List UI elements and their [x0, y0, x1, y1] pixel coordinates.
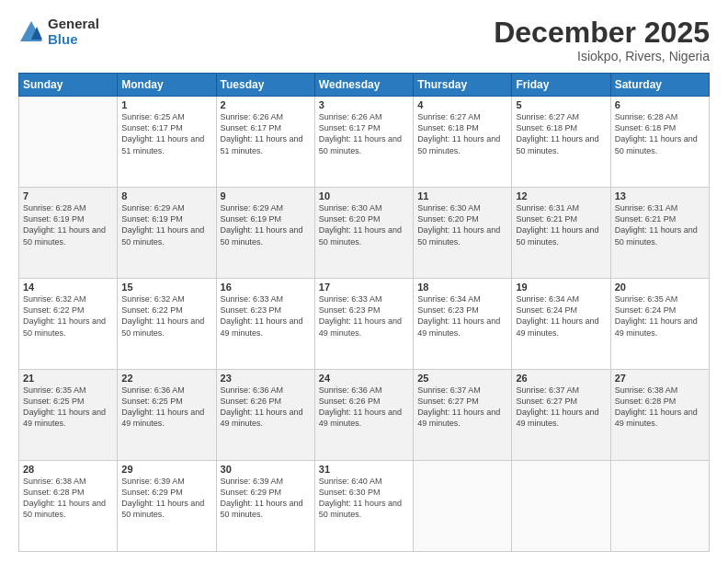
- day-number: 14: [23, 282, 113, 293]
- day-info: Sunrise: 6:39 AMSunset: 6:29 PMDaylight:…: [221, 476, 311, 521]
- day-cell: 1Sunrise: 6:25 AMSunset: 6:17 PMDaylight…: [118, 97, 216, 188]
- col-header-saturday: Saturday: [610, 74, 709, 97]
- day-info: Sunrise: 6:30 AMSunset: 6:20 PMDaylight:…: [319, 202, 409, 247]
- header-row: SundayMondayTuesdayWednesdayThursdayFrid…: [19, 74, 710, 97]
- day-info: Sunrise: 6:36 AMSunset: 6:26 PMDaylight:…: [221, 385, 311, 430]
- logo-icon: [18, 19, 44, 45]
- day-info: Sunrise: 6:32 AMSunset: 6:22 PMDaylight:…: [121, 293, 211, 339]
- logo: General Blue: [18, 17, 99, 47]
- day-cell: 30Sunrise: 6:39 AMSunset: 6:29 PMDayligh…: [216, 461, 314, 552]
- day-cell: [414, 461, 512, 552]
- day-info: Sunrise: 6:39 AMSunset: 6:29 PMDaylight:…: [121, 476, 211, 521]
- day-cell: 26Sunrise: 6:37 AMSunset: 6:27 PMDayligh…: [512, 370, 610, 461]
- day-info: Sunrise: 6:31 AMSunset: 6:21 PMDaylight:…: [615, 202, 705, 247]
- week-row-4: 21Sunrise: 6:35 AMSunset: 6:25 PMDayligh…: [19, 370, 710, 461]
- day-number: 20: [615, 282, 705, 293]
- day-number: 30: [221, 464, 311, 475]
- day-cell: [512, 461, 610, 552]
- page: General Blue December 2025 Isiokpo, Rive…: [0, 0, 728, 563]
- day-cell: 7Sunrise: 6:28 AMSunset: 6:19 PMDaylight…: [19, 188, 118, 279]
- day-info: Sunrise: 6:35 AMSunset: 6:25 PMDaylight:…: [23, 385, 113, 430]
- day-info: Sunrise: 6:38 AMSunset: 6:28 PMDaylight:…: [615, 385, 705, 430]
- day-number: 7: [23, 190, 113, 201]
- day-cell: 15Sunrise: 6:32 AMSunset: 6:22 PMDayligh…: [118, 279, 216, 370]
- day-number: 8: [121, 190, 211, 201]
- day-number: 31: [319, 464, 409, 475]
- day-info: Sunrise: 6:29 AMSunset: 6:19 PMDaylight:…: [121, 202, 211, 247]
- day-number: 10: [319, 190, 409, 201]
- day-number: 21: [23, 373, 113, 384]
- day-info: Sunrise: 6:26 AMSunset: 6:17 PMDaylight:…: [221, 111, 311, 156]
- col-header-friday: Friday: [512, 74, 610, 97]
- day-number: 23: [221, 373, 311, 384]
- day-cell: 21Sunrise: 6:35 AMSunset: 6:25 PMDayligh…: [19, 370, 118, 461]
- header: General Blue December 2025 Isiokpo, Rive…: [18, 17, 710, 63]
- day-cell: 27Sunrise: 6:38 AMSunset: 6:28 PMDayligh…: [610, 370, 709, 461]
- day-number: 18: [417, 282, 507, 293]
- day-cell: 9Sunrise: 6:29 AMSunset: 6:19 PMDaylight…: [216, 188, 314, 279]
- day-number: 26: [516, 373, 606, 384]
- logo-text: General Blue: [48, 17, 99, 47]
- col-header-tuesday: Tuesday: [216, 74, 314, 97]
- day-info: Sunrise: 6:29 AMSunset: 6:19 PMDaylight:…: [221, 202, 311, 247]
- title-block: December 2025 Isiokpo, Rivers, Nigeria: [494, 17, 710, 63]
- day-info: Sunrise: 6:36 AMSunset: 6:25 PMDaylight:…: [121, 385, 211, 430]
- day-info: Sunrise: 6:26 AMSunset: 6:17 PMDaylight:…: [319, 111, 409, 156]
- day-number: 19: [516, 282, 606, 293]
- day-cell: 20Sunrise: 6:35 AMSunset: 6:24 PMDayligh…: [610, 279, 709, 370]
- day-number: 13: [615, 190, 705, 201]
- day-info: Sunrise: 6:36 AMSunset: 6:26 PMDaylight:…: [319, 385, 409, 430]
- day-info: Sunrise: 6:32 AMSunset: 6:22 PMDaylight:…: [23, 293, 113, 339]
- day-cell: 2Sunrise: 6:26 AMSunset: 6:17 PMDaylight…: [216, 97, 314, 188]
- day-cell: 29Sunrise: 6:39 AMSunset: 6:29 PMDayligh…: [118, 461, 216, 552]
- day-info: Sunrise: 6:28 AMSunset: 6:18 PMDaylight:…: [615, 111, 705, 156]
- day-number: 11: [417, 190, 507, 201]
- day-number: 29: [121, 464, 211, 475]
- day-cell: 5Sunrise: 6:27 AMSunset: 6:18 PMDaylight…: [512, 97, 610, 188]
- day-number: 4: [417, 99, 507, 110]
- col-header-monday: Monday: [118, 74, 216, 97]
- day-number: 3: [319, 99, 409, 110]
- day-cell: 19Sunrise: 6:34 AMSunset: 6:24 PMDayligh…: [512, 279, 610, 370]
- day-info: Sunrise: 6:33 AMSunset: 6:23 PMDaylight:…: [319, 293, 409, 339]
- col-header-wednesday: Wednesday: [314, 74, 413, 97]
- day-number: 24: [319, 373, 409, 384]
- day-info: Sunrise: 6:34 AMSunset: 6:23 PMDaylight:…: [417, 293, 507, 339]
- day-number: 1: [121, 99, 211, 110]
- week-row-5: 28Sunrise: 6:38 AMSunset: 6:28 PMDayligh…: [19, 461, 710, 552]
- day-info: Sunrise: 6:27 AMSunset: 6:18 PMDaylight:…: [417, 111, 507, 156]
- day-cell: 10Sunrise: 6:30 AMSunset: 6:20 PMDayligh…: [314, 188, 413, 279]
- day-info: Sunrise: 6:37 AMSunset: 6:27 PMDaylight:…: [516, 385, 606, 430]
- day-cell: 16Sunrise: 6:33 AMSunset: 6:23 PMDayligh…: [216, 279, 314, 370]
- day-info: Sunrise: 6:30 AMSunset: 6:20 PMDaylight:…: [417, 202, 507, 247]
- day-number: 28: [23, 464, 113, 475]
- day-info: Sunrise: 6:28 AMSunset: 6:19 PMDaylight:…: [23, 202, 113, 247]
- day-cell: 24Sunrise: 6:36 AMSunset: 6:26 PMDayligh…: [314, 370, 413, 461]
- day-cell: 25Sunrise: 6:37 AMSunset: 6:27 PMDayligh…: [414, 370, 512, 461]
- day-number: 17: [319, 282, 409, 293]
- day-cell: 3Sunrise: 6:26 AMSunset: 6:17 PMDaylight…: [314, 97, 413, 188]
- col-header-thursday: Thursday: [414, 74, 512, 97]
- week-row-2: 7Sunrise: 6:28 AMSunset: 6:19 PMDaylight…: [19, 188, 710, 279]
- logo-general: General: [48, 17, 99, 32]
- day-cell: [19, 97, 118, 188]
- calendar-table: SundayMondayTuesdayWednesdayThursdayFrid…: [18, 73, 710, 552]
- day-cell: 11Sunrise: 6:30 AMSunset: 6:20 PMDayligh…: [414, 188, 512, 279]
- day-number: 9: [221, 190, 311, 201]
- day-info: Sunrise: 6:31 AMSunset: 6:21 PMDaylight:…: [516, 202, 606, 247]
- day-number: 6: [615, 99, 705, 110]
- day-cell: 22Sunrise: 6:36 AMSunset: 6:25 PMDayligh…: [118, 370, 216, 461]
- day-cell: 23Sunrise: 6:36 AMSunset: 6:26 PMDayligh…: [216, 370, 314, 461]
- calendar-title: December 2025: [494, 17, 710, 49]
- day-number: 15: [121, 282, 211, 293]
- day-cell: 17Sunrise: 6:33 AMSunset: 6:23 PMDayligh…: [314, 279, 413, 370]
- day-number: 27: [615, 373, 705, 384]
- day-number: 12: [516, 190, 606, 201]
- day-cell: 13Sunrise: 6:31 AMSunset: 6:21 PMDayligh…: [610, 188, 709, 279]
- day-info: Sunrise: 6:35 AMSunset: 6:24 PMDaylight:…: [615, 293, 705, 339]
- day-cell: 6Sunrise: 6:28 AMSunset: 6:18 PMDaylight…: [610, 97, 709, 188]
- day-cell: 8Sunrise: 6:29 AMSunset: 6:19 PMDaylight…: [118, 188, 216, 279]
- day-cell: 12Sunrise: 6:31 AMSunset: 6:21 PMDayligh…: [512, 188, 610, 279]
- week-row-3: 14Sunrise: 6:32 AMSunset: 6:22 PMDayligh…: [19, 279, 710, 370]
- day-info: Sunrise: 6:25 AMSunset: 6:17 PMDaylight:…: [121, 111, 211, 156]
